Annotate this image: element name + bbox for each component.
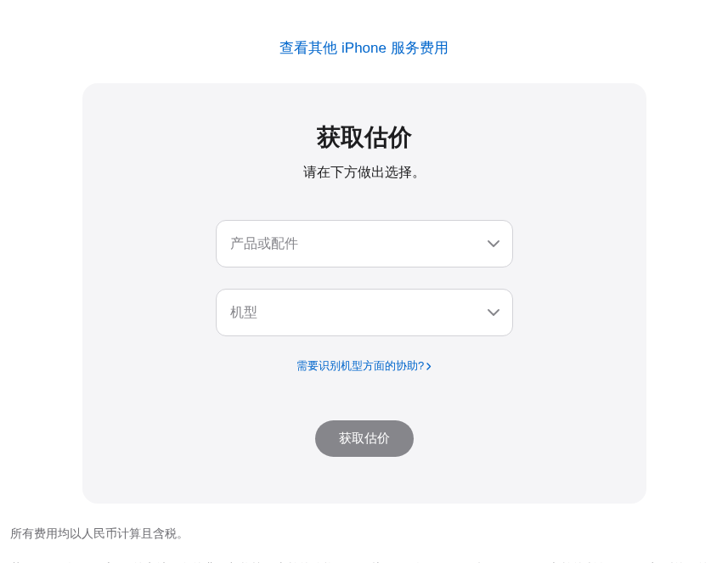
product-select-placeholder: 产品或配件 — [230, 235, 298, 253]
get-estimate-button[interactable]: 获取估价 — [315, 420, 414, 457]
footer-note-2: 截至 2023 年 2 月底, 保外电池服务的费用都将按照当前的价格收取。从 2… — [10, 560, 718, 563]
model-select-placeholder: 机型 — [230, 304, 257, 322]
chevron-right-icon — [426, 360, 432, 373]
estimate-card: 获取估价 请在下方做出选择。 产品或配件 机型 需要识别机型方面 — [82, 83, 646, 504]
identify-model-help-link[interactable]: 需要识别机型方面的协助? — [296, 358, 432, 374]
footer-note-1: 所有费用均以人民币计算且含税。 — [10, 525, 718, 544]
model-select[interactable]: 机型 — [216, 289, 513, 336]
footer-notes: 所有费用均以人民币计算且含税。 截至 2023 年 2 月底, 保外电池服务的费… — [8, 504, 720, 563]
other-services-link[interactable]: 查看其他 iPhone 服务费用 — [279, 40, 448, 56]
card-title: 获取估价 — [133, 121, 595, 154]
product-select[interactable]: 产品或配件 — [216, 220, 513, 267]
card-subtitle: 请在下方做出选择。 — [133, 164, 595, 182]
help-link-label: 需要识别机型方面的协助? — [296, 358, 424, 374]
